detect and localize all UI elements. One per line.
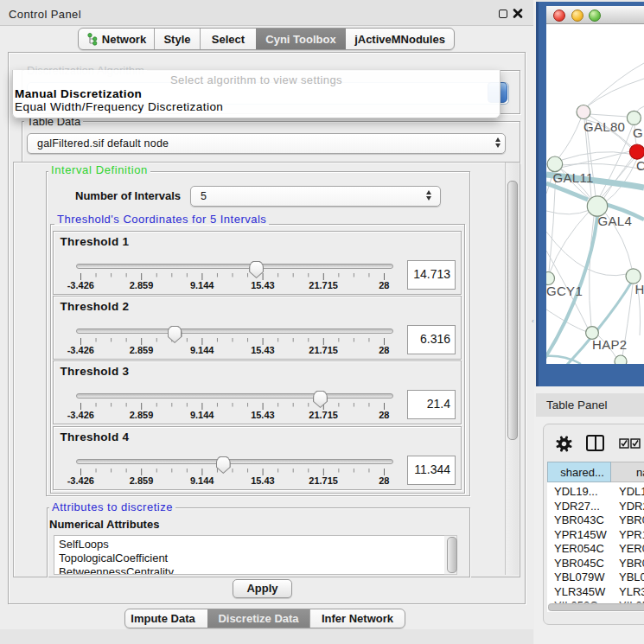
svg-text:C: C xyxy=(636,158,644,173)
svg-text:H: H xyxy=(635,282,644,296)
svg-text:GCY1: GCY1 xyxy=(546,284,583,298)
svg-text:HAP2: HAP2 xyxy=(592,337,627,352)
svg-text:GAL80: GAL80 xyxy=(583,119,625,134)
svg-text:G.: G. xyxy=(633,125,644,140)
svg-text:GAL4: GAL4 xyxy=(598,214,633,228)
svg-text:GAL11: GAL11 xyxy=(553,170,594,185)
